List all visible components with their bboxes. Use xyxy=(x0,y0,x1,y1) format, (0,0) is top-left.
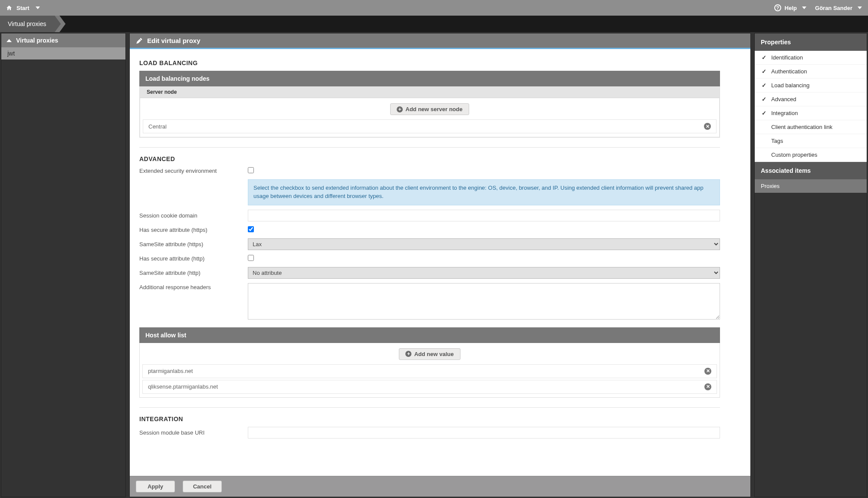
check-icon: ✓ xyxy=(761,82,767,89)
label-extended-security: Extended security environment xyxy=(139,167,243,175)
property-label: Client authentication link xyxy=(771,124,832,130)
property-label: Load balancing xyxy=(771,82,809,89)
label-has-secure-https: Has secure attribute (https) xyxy=(139,226,243,234)
help-icon: ? xyxy=(774,4,781,11)
section-advanced: ADVANCED xyxy=(139,155,720,162)
remove-host-button[interactable]: ✕ xyxy=(704,368,711,375)
label-has-secure-http: Has secure attribute (http) xyxy=(139,254,243,263)
plus-icon: + xyxy=(397,106,403,112)
user-label: Göran Sander xyxy=(815,5,852,11)
sidebar-title: Virtual proxies xyxy=(16,37,58,44)
input-session-module-uri[interactable] xyxy=(248,427,720,439)
select-samesite-http[interactable]: No attribute xyxy=(248,267,720,279)
breadcrumb-virtual-proxies[interactable]: Virtual proxies xyxy=(0,16,55,32)
label-session-cookie-domain: Session cookie domain xyxy=(139,211,243,220)
properties-list: ✓ Identification ✓ Authentication ✓ Load… xyxy=(755,51,867,162)
start-menu[interactable]: Start xyxy=(6,5,40,11)
textarea-additional-headers[interactable] xyxy=(248,283,720,320)
divider xyxy=(139,407,720,408)
property-advanced[interactable]: ✓ Advanced xyxy=(755,92,867,106)
label-samesite-http: SameSite attribute (http) xyxy=(139,269,243,277)
properties-header: Properties xyxy=(755,33,867,51)
tools-icon xyxy=(136,37,143,44)
panel-header-load-balancing-nodes: Load balancing nodes xyxy=(139,71,720,86)
plus-icon: + xyxy=(405,351,411,357)
footer-actions: Apply Cancel xyxy=(130,476,750,497)
button-label: Cancel xyxy=(193,483,212,490)
associated-label: Proxies xyxy=(761,183,779,189)
caret-down-icon xyxy=(858,7,862,9)
server-node-row: Central ✕ xyxy=(143,119,717,133)
host-allow-label: qliksense.ptarmiganlabs.net xyxy=(148,383,218,390)
caret-down-icon xyxy=(36,7,40,9)
check-icon: ✓ xyxy=(761,69,767,75)
property-label: Custom properties xyxy=(771,152,817,158)
add-server-node-button[interactable]: + Add new server node xyxy=(390,103,469,115)
start-label: Start xyxy=(16,5,30,11)
sidebar-item-label: jwt xyxy=(7,50,15,57)
check-icon: ✓ xyxy=(761,96,767,102)
property-label: Identification xyxy=(771,54,803,61)
cancel-button[interactable]: Cancel xyxy=(183,481,222,492)
section-integration: INTEGRATION xyxy=(139,416,720,422)
button-label: Add new server node xyxy=(405,106,462,112)
property-custom-properties[interactable]: ✓ Custom properties xyxy=(755,148,867,162)
panel-host-allow: + Add new value ptarmiganlabs.net ✕ qlik… xyxy=(139,343,720,398)
center-header: Edit virtual proxy xyxy=(130,33,750,49)
breadcrumb-label: Virtual proxies xyxy=(8,20,46,27)
column-header-server-node: Server node xyxy=(140,86,720,98)
help-label: Help xyxy=(785,5,797,11)
property-identification[interactable]: ✓ Identification xyxy=(755,51,867,65)
help-menu[interactable]: ? Help xyxy=(774,4,806,11)
label-additional-headers: Additional response headers xyxy=(139,283,243,291)
remove-node-button[interactable]: ✕ xyxy=(704,123,711,130)
server-node-label: Central xyxy=(148,123,167,130)
associated-header: Associated items xyxy=(755,162,867,179)
breadcrumb-bar: Edit virtual proxy Virtual proxies xyxy=(0,16,868,32)
property-integration[interactable]: ✓ Integration xyxy=(755,106,867,120)
host-allow-row: qliksense.ptarmiganlabs.net ✕ xyxy=(142,380,717,394)
button-label: Apply xyxy=(148,483,163,490)
center-title: Edit virtual proxy xyxy=(147,37,201,44)
right-sidebar: Properties ✓ Identification ✓ Authentica… xyxy=(754,33,867,497)
property-load-balancing[interactable]: ✓ Load balancing xyxy=(755,79,867,92)
check-icon: ✓ xyxy=(761,110,767,116)
add-host-value-button[interactable]: + Add new value xyxy=(399,348,460,360)
left-sidebar: Virtual proxies jwt xyxy=(1,33,126,497)
checkbox-extended-security[interactable] xyxy=(248,167,254,173)
host-allow-label: ptarmiganlabs.net xyxy=(148,368,193,374)
center-panel: Edit virtual proxy LOAD BALANCING Load b… xyxy=(129,33,751,497)
label-session-module-uri: Session module base URI xyxy=(139,429,243,437)
checkbox-has-secure-https[interactable] xyxy=(248,226,254,232)
caret-down-icon xyxy=(802,7,806,9)
panel-header-host-allow: Host allow list xyxy=(139,327,720,343)
property-label: Authentication xyxy=(771,68,807,75)
chevron-up-icon xyxy=(7,39,12,42)
check-icon: ✓ xyxy=(761,55,767,61)
sidebar-header[interactable]: Virtual proxies xyxy=(1,33,125,47)
home-icon xyxy=(6,5,12,11)
property-label: Advanced xyxy=(771,96,796,102)
topbar: Start ? Help Göran Sander xyxy=(0,0,868,16)
sidebar-item-jwt[interactable]: jwt xyxy=(1,47,125,59)
checkbox-has-secure-http[interactable] xyxy=(248,255,254,261)
remove-host-button[interactable]: ✕ xyxy=(704,383,711,390)
property-tags[interactable]: ✓ Tags xyxy=(755,134,867,148)
property-label: Tags xyxy=(771,138,783,144)
button-label: Add new value xyxy=(414,351,454,357)
property-label: Integration xyxy=(771,110,798,116)
property-client-auth-link[interactable]: ✓ Client authentication link xyxy=(755,120,867,134)
divider xyxy=(139,147,720,148)
input-session-cookie-domain[interactable] xyxy=(248,210,720,221)
section-load-balancing: LOAD BALANCING xyxy=(139,59,720,66)
panel-load-balancing: Server node + Add new server node Centra… xyxy=(139,86,720,138)
help-extended-security: Select the checkbox to send extended inf… xyxy=(248,179,720,205)
host-allow-row: ptarmiganlabs.net ✕ xyxy=(142,364,717,378)
associated-item-proxies[interactable]: Proxies xyxy=(755,179,867,193)
property-authentication[interactable]: ✓ Authentication xyxy=(755,65,867,79)
label-samesite-https: SameSite attribute (https) xyxy=(139,240,243,248)
select-samesite-https[interactable]: Lax xyxy=(248,238,720,250)
apply-button[interactable]: Apply xyxy=(136,481,175,492)
user-menu[interactable]: Göran Sander xyxy=(815,5,862,11)
